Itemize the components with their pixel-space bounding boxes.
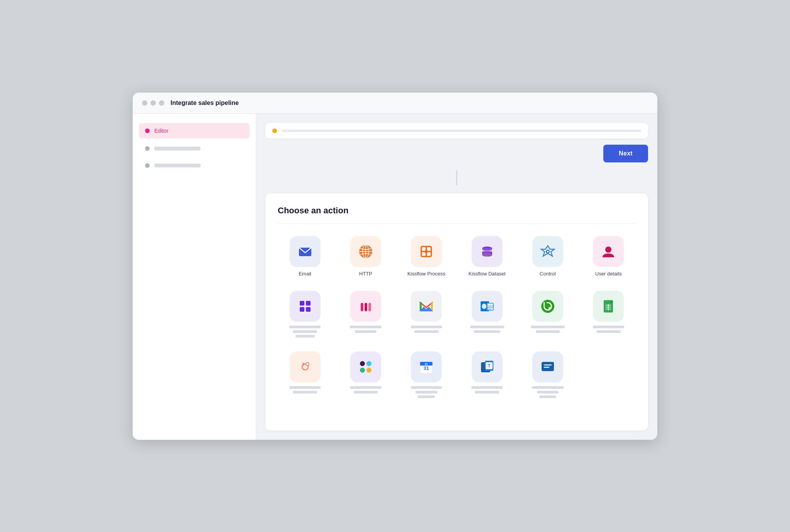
action-icon-app3: [411, 291, 442, 322]
sidebar-dot-3: [145, 163, 150, 168]
svg-point-13: [547, 251, 549, 252]
sidebar-placeholder-2: [154, 147, 201, 150]
action-icon-user-details: [593, 236, 624, 267]
svg-text:31: 31: [424, 365, 429, 371]
actions-grid-row2: [278, 288, 636, 341]
svg-point-8: [425, 250, 428, 253]
sidebar-item-editor[interactable]: Editor: [139, 123, 250, 138]
action-icon-app9: 31 31: [411, 351, 442, 382]
app-window: Integrate sales pipeline Editor: [133, 93, 657, 440]
svg-point-34: [549, 307, 551, 309]
sidebar-label-editor: Editor: [154, 128, 169, 134]
content-area: Next Choose an action: [256, 114, 657, 440]
svg-rect-18: [306, 307, 311, 312]
action-label-email: Email: [299, 271, 311, 277]
action-item-http[interactable]: HTTP: [338, 233, 393, 280]
svg-rect-21: [368, 303, 371, 311]
action-item-app11[interactable]: [520, 348, 575, 401]
action-placeholder-app8: [341, 386, 390, 394]
action-placeholder-app10: [463, 386, 511, 394]
svg-rect-16: [306, 301, 311, 306]
divider-area: [265, 169, 648, 187]
action-placeholder-app2: [341, 326, 390, 333]
traffic-light-maximize[interactable]: [159, 100, 164, 106]
action-icon-app6: [593, 291, 624, 322]
action-placeholder-app11: [523, 386, 572, 398]
traffic-lights: [142, 100, 164, 106]
action-icon-app7: [290, 351, 321, 382]
action-label-kissflow-process: Kissflow Process: [407, 271, 445, 277]
action-item-user-details[interactable]: User details: [581, 233, 636, 280]
action-item-app5[interactable]: [520, 288, 575, 341]
actions-grid-row3: 31 31: [278, 348, 636, 401]
svg-rect-48: [360, 368, 365, 373]
window-title: Integrate sales pipeline: [170, 100, 239, 106]
action-item-app7[interactable]: [278, 348, 332, 401]
svg-text:T: T: [488, 364, 490, 368]
action-icon-app2: [350, 291, 381, 322]
action-placeholder-app4: [463, 326, 511, 333]
svg-point-45: [306, 363, 309, 365]
sidebar-item-2[interactable]: [139, 142, 250, 155]
sidebar-placeholder-3: [154, 164, 201, 167]
sidebar-dot-editor: [145, 128, 150, 133]
action-icon-control: [532, 236, 563, 267]
traffic-light-minimize[interactable]: [150, 100, 156, 106]
search-bar-line: [282, 130, 641, 132]
svg-rect-19: [361, 303, 363, 311]
svg-rect-20: [365, 303, 367, 311]
action-item-kissflow-process[interactable]: Kissflow Process: [399, 233, 454, 280]
action-item-email[interactable]: Email: [278, 233, 332, 280]
action-placeholder-app1: [281, 326, 329, 338]
action-icon-app5: [532, 291, 563, 322]
action-label-kissflow-dataset: Kissflow Dataset: [469, 271, 506, 277]
svg-point-14: [605, 247, 611, 253]
action-icon-kissflow-process: [411, 236, 442, 267]
action-item-control[interactable]: Control: [520, 233, 575, 280]
svg-point-33: [541, 300, 554, 313]
action-item-app4[interactable]: [460, 288, 514, 341]
action-label-control: Control: [540, 271, 556, 277]
action-item-app3[interactable]: [399, 288, 454, 341]
svg-text:31: 31: [425, 363, 428, 365]
action-item-kissflow-dataset[interactable]: Kissflow Dataset: [460, 233, 514, 280]
action-item-app6[interactable]: [581, 288, 636, 341]
svg-rect-47: [366, 361, 371, 366]
sidebar-item-3[interactable]: [139, 159, 250, 172]
action-panel: Choose an action Email: [265, 193, 648, 431]
sidebar: Editor: [133, 114, 256, 440]
search-dot: [272, 128, 277, 133]
action-icon-http: [350, 236, 381, 267]
traffic-light-close[interactable]: [142, 100, 147, 106]
action-icon-email: [290, 236, 321, 267]
action-placeholder-app5: [523, 326, 572, 333]
action-item-app10[interactable]: T: [460, 348, 514, 401]
svg-point-10: [482, 253, 492, 257]
action-item-app1[interactable]: [278, 288, 332, 341]
toolbar: Next: [265, 145, 648, 162]
next-button[interactable]: Next: [603, 145, 648, 162]
action-item-app9[interactable]: 31 31: [399, 348, 454, 401]
action-icon-app1: [290, 291, 321, 322]
action-placeholder-app6: [584, 326, 633, 333]
action-icon-kissflow-dataset: [472, 236, 503, 267]
action-placeholder-app3: [402, 326, 451, 333]
search-bar[interactable]: [265, 123, 648, 138]
titlebar: Integrate sales pipeline: [133, 93, 657, 114]
vertical-divider: [456, 170, 457, 186]
action-icon-app4: [472, 291, 503, 322]
svg-rect-15: [300, 301, 304, 306]
action-icon-app11: [532, 351, 563, 382]
action-label-http: HTTP: [359, 271, 372, 277]
svg-rect-46: [360, 361, 365, 366]
action-item-app8[interactable]: [338, 348, 393, 401]
svg-rect-59: [542, 362, 554, 371]
action-placeholder-app9: [402, 386, 451, 398]
action-item-app2[interactable]: [338, 288, 393, 341]
main-content: Editor Next: [133, 114, 657, 440]
action-icon-app10: T: [472, 351, 503, 382]
sidebar-dot-2: [145, 146, 150, 151]
action-placeholder-app7: [281, 386, 329, 394]
actions-grid-row1: Email: [278, 233, 636, 280]
svg-rect-49: [366, 368, 371, 373]
